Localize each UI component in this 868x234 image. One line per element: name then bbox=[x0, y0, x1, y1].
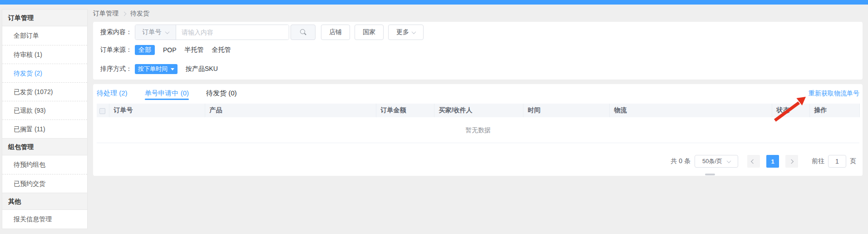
col-status: 状态 bbox=[772, 104, 809, 117]
search-type-select[interactable]: 订单号 bbox=[135, 25, 176, 40]
col-product: 产品 bbox=[205, 104, 376, 117]
source-option-pop[interactable]: POP bbox=[163, 46, 177, 54]
sidebar-item-shipped[interactable]: 已发货 (1072) bbox=[2, 82, 87, 101]
orders-table: 订单号 产品 订单金额 买家/收件人 时间 物流 状态 操作 暂无数据 bbox=[97, 104, 859, 143]
goto-page-label: 前往 bbox=[812, 157, 824, 165]
source-option-all[interactable]: 全部 bbox=[135, 45, 155, 55]
sidebar-item-pending-review[interactable]: 待审核 (1) bbox=[2, 45, 87, 64]
search-content-label: 搜索内容： bbox=[100, 28, 135, 36]
sidebar-item-package-to-book[interactable]: 待预约组包 bbox=[2, 155, 87, 174]
breadcrumb-to-ship: 待发货 bbox=[130, 10, 149, 18]
chevron-left-icon bbox=[751, 159, 755, 164]
caret-down-icon bbox=[171, 68, 174, 70]
pagination: 共 0 条 50条/页 1 前往 页 bbox=[93, 155, 856, 168]
top-accent-bar bbox=[0, 0, 868, 5]
current-page-button[interactable]: 1 bbox=[766, 155, 779, 168]
search-icon bbox=[300, 29, 306, 35]
col-buyer-recipient: 买家/收件人 bbox=[434, 104, 523, 117]
empty-state: 暂无数据 bbox=[97, 117, 859, 143]
chevron-down-icon bbox=[727, 159, 731, 163]
breadcrumb-order-management[interactable]: 订单管理 bbox=[93, 10, 118, 18]
breadcrumb: 订单管理 待发货 bbox=[93, 8, 863, 19]
refetch-tracking-number-link[interactable]: 重新获取物流单号 bbox=[809, 89, 859, 98]
tab-to-ship[interactable]: 待发货 (0) bbox=[206, 89, 237, 103]
sort-option-order-time-label: 按下单时间 bbox=[138, 65, 168, 73]
more-filters-button[interactable]: 更多 bbox=[388, 25, 424, 40]
order-source-label: 订单来源： bbox=[100, 46, 135, 54]
sidebar: 订单管理 全部订单 待审核 (1) 待发货 (2) 已发货 (1072) 已退款… bbox=[2, 9, 88, 229]
chevron-down-icon bbox=[165, 30, 169, 34]
col-order-number: 订单号 bbox=[109, 104, 205, 117]
col-actions: 操作 bbox=[809, 104, 859, 117]
order-list-panel: 待处理 (2) 单号申请中 (0) 待发货 (0) 重新获取物流单号 订单号 产… bbox=[93, 84, 863, 176]
status-tabs: 待处理 (2) 单号申请中 (0) 待发货 (0) 重新获取物流单号 bbox=[97, 89, 859, 103]
source-option-semi-managed[interactable]: 半托管 bbox=[185, 46, 204, 54]
select-all-checkbox[interactable] bbox=[99, 108, 105, 114]
sort-option-product-sku[interactable]: 按产品SKU bbox=[186, 65, 218, 73]
col-time: 时间 bbox=[523, 104, 609, 117]
sidebar-section-other: 其他 bbox=[2, 193, 87, 210]
prev-page-button[interactable] bbox=[747, 155, 760, 168]
sidebar-item-on-hold[interactable]: 已搁置 (11) bbox=[2, 119, 87, 138]
search-type-value: 订单号 bbox=[143, 28, 162, 36]
sidebar-item-all-orders[interactable]: 全部订单 bbox=[2, 26, 87, 45]
search-input[interactable] bbox=[176, 25, 289, 40]
next-page-button[interactable] bbox=[785, 155, 798, 168]
col-logistics: 物流 bbox=[609, 104, 772, 117]
tab-pending[interactable]: 待处理 (2) bbox=[97, 89, 128, 103]
chevron-right-icon bbox=[789, 159, 794, 164]
chevron-right-icon bbox=[122, 11, 127, 16]
more-filters-label: 更多 bbox=[396, 28, 409, 36]
tab-tracking-number-requesting[interactable]: 单号申请中 (0) bbox=[145, 89, 189, 103]
sidebar-item-to-ship[interactable]: 待发货 (2) bbox=[2, 64, 87, 82]
page-size-select[interactable]: 50条/页 bbox=[695, 155, 738, 168]
country-filter-button[interactable]: 国家 bbox=[355, 25, 384, 40]
search-group: 订单号 bbox=[135, 25, 289, 40]
search-button[interactable] bbox=[291, 25, 316, 40]
sidebar-item-booked-delivery[interactable]: 已预约交货 bbox=[2, 174, 87, 193]
sidebar-section-order-management: 订单管理 bbox=[2, 10, 87, 26]
goto-page-input[interactable] bbox=[828, 155, 846, 168]
main-content: 订单管理 待发货 搜索内容： 订单号 店铺 国家 更多 bbox=[93, 8, 863, 176]
total-count: 共 0 条 bbox=[671, 157, 690, 165]
shop-filter-button[interactable]: 店铺 bbox=[321, 25, 350, 40]
page-size-value: 50条/页 bbox=[702, 157, 722, 165]
sidebar-item-customs-info[interactable]: 报关信息管理 bbox=[2, 210, 87, 229]
sort-by-label: 排序方式： bbox=[100, 65, 135, 73]
sidebar-item-refunded[interactable]: 已退款 (93) bbox=[2, 101, 87, 119]
goto-page-suffix: 页 bbox=[850, 157, 856, 165]
sort-option-order-time[interactable]: 按下单时间 bbox=[135, 64, 178, 74]
col-order-amount: 订单金额 bbox=[376, 104, 434, 117]
chevron-down-icon bbox=[412, 30, 416, 34]
source-option-fully-managed[interactable]: 全托管 bbox=[212, 46, 231, 54]
filter-panel: 搜索内容： 订单号 店铺 国家 更多 订单来源： 全部 POP 半托管 bbox=[93, 22, 863, 80]
sidebar-section-package-management: 组包管理 bbox=[2, 138, 87, 155]
horizontal-scrollbar-thumb[interactable] bbox=[705, 174, 715, 175]
table-header-row: 订单号 产品 订单金额 买家/收件人 时间 物流 状态 操作 bbox=[97, 104, 859, 117]
